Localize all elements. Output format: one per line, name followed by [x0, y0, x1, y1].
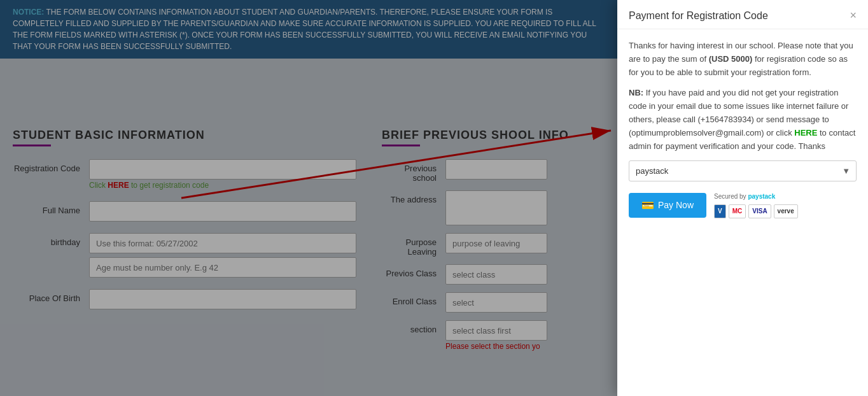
- modal-body: Thanks for having interest in our school…: [617, 29, 868, 396]
- pay-row: 💳 Pay Now Secured by paystack V MC VISA …: [629, 192, 857, 218]
- click-suffix: to get registration code: [129, 181, 209, 190]
- place-of-birth-input[interactable]: [89, 289, 356, 309]
- payment-modal: Payment for Registration Code × Thanks f…: [617, 0, 868, 396]
- main-content: NOTICE: THE FORM BELOW CONTAINS INFORMAT…: [0, 0, 617, 396]
- click-prefix: Click: [89, 181, 108, 190]
- full-name-input[interactable]: [89, 201, 356, 222]
- previos-class-group: Previos Class: [382, 264, 605, 285]
- paystack-logo: paystack: [748, 193, 775, 200]
- modal-close-button[interactable]: ×: [850, 9, 857, 22]
- section-group: section Please select the section yo: [382, 320, 605, 351]
- payment-select-wrapper: paystack ▼: [629, 160, 857, 181]
- section-underline-left: [13, 145, 51, 146]
- place-of-birth-group: Place Of Birth: [13, 289, 356, 309]
- modal-intro-text: Thanks for having interest in our school…: [629, 39, 857, 79]
- birthday-group: birthday: [13, 233, 356, 278]
- verve-logo: verve: [774, 204, 798, 218]
- purpose-leaving-group: Purpose Leaving: [382, 233, 605, 257]
- address-label: The address: [382, 190, 445, 204]
- mastercard-logo: MC: [729, 204, 746, 218]
- card-logos: V MC VISA verve: [714, 204, 798, 218]
- nb-label: NB:: [629, 88, 643, 97]
- credit-card-icon: 💳: [641, 199, 654, 211]
- purpose-leaving-input[interactable]: [445, 233, 547, 253]
- registration-code-input[interactable]: [89, 159, 356, 180]
- payment-method-select[interactable]: paystack: [629, 160, 857, 181]
- notice-bar: NOTICE: THE FORM BELOW CONTAINS INFORMAT…: [0, 0, 617, 59]
- right-section-title: BRIEF PREVIOUS SHOOL INFO: [382, 129, 605, 142]
- enroll-class-input[interactable]: [445, 292, 547, 313]
- previos-class-input[interactable]: [445, 264, 547, 285]
- secured-by-label: Secured by: [714, 193, 748, 200]
- column-right: BRIEF PREVIOUS SHOOL INFO Previous schoo…: [382, 129, 605, 358]
- payment-logos: Secured by paystack V MC VISA verve: [714, 192, 798, 218]
- secured-by-text: Secured by paystack: [714, 192, 775, 202]
- section-label: section: [382, 320, 445, 334]
- previous-school-group: Previous school: [382, 159, 605, 183]
- student-section-title: STUDENT BASIC INFORMATION: [13, 129, 356, 142]
- enroll-class-label: Enroll Class: [382, 292, 445, 306]
- enroll-class-group: Enroll Class: [382, 292, 605, 313]
- address-input[interactable]: [445, 190, 547, 225]
- two-column: STUDENT BASIC INFORMATION Registration C…: [13, 129, 605, 358]
- visa-logo: VISA: [748, 204, 771, 218]
- age-input[interactable]: [89, 257, 356, 278]
- previous-school-input[interactable]: [445, 159, 547, 180]
- birthday-label: birthday: [13, 233, 89, 247]
- notice-text: THE FORM BELOW CONTAINS INFORMATION ABOU…: [13, 8, 596, 51]
- previos-class-label: Previos Class: [382, 264, 445, 278]
- purpose-leaving-label: Purpose Leaving: [382, 233, 445, 257]
- section-error: Please select the section yo: [445, 342, 547, 351]
- section-input[interactable]: [445, 320, 547, 341]
- notice-label: NOTICE:: [13, 8, 44, 17]
- pay-now-button[interactable]: 💳 Pay Now: [629, 193, 706, 218]
- previous-school-label: Previous school: [382, 159, 445, 183]
- page-wrapper: NOTICE: THE FORM BELOW CONTAINS INFORMAT…: [0, 0, 868, 396]
- birthday-fields: [89, 233, 356, 278]
- modal-nb-text: NB: If you have paid and you did not get…: [629, 87, 857, 153]
- modal-header: Payment for Registration Code ×: [617, 0, 868, 29]
- full-name-label: Full Name: [13, 201, 89, 215]
- form-container: STUDENT BASIC INFORMATION Registration C…: [0, 122, 617, 365]
- column-left: STUDENT BASIC INFORMATION Registration C…: [13, 129, 356, 358]
- full-name-group: Full Name: [13, 201, 356, 222]
- here-link[interactable]: HERE: [108, 181, 129, 190]
- place-of-birth-label: Place Of Birth: [13, 289, 89, 303]
- registration-code-field-wrapper: Click HERE to get registration code: [89, 159, 356, 190]
- modal-title: Payment for Registration Code: [629, 10, 768, 22]
- pay-now-label: Pay Now: [658, 200, 694, 210]
- section-underline-right: [382, 145, 420, 146]
- here-green-link[interactable]: HERE: [794, 128, 817, 138]
- click-here-text: Click HERE to get registration code: [89, 181, 356, 190]
- modal-amount: (USD 5000): [709, 54, 753, 64]
- birthday-input[interactable]: [89, 233, 356, 253]
- registration-code-label: Registration Code: [13, 159, 89, 173]
- address-group: The address: [382, 190, 605, 225]
- registration-code-group: Registration Code Click HERE to get regi…: [13, 159, 356, 190]
- verve-logo-blue: V: [714, 204, 726, 218]
- section-field-wrapper: Please select the section yo: [445, 320, 547, 351]
